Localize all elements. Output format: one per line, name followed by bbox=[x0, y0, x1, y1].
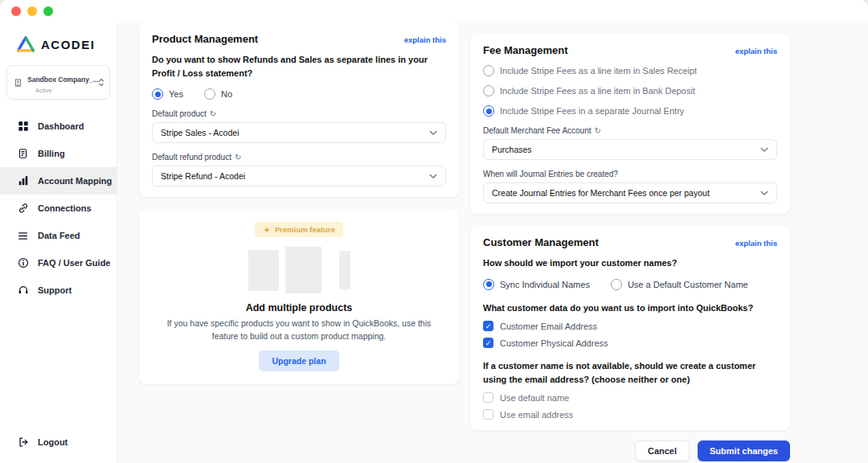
journal-entries-question: When will Journal Entries be created? bbox=[483, 170, 777, 178]
titlebar bbox=[0, 0, 868, 23]
bar-chart-icon bbox=[17, 175, 29, 187]
premium-badge: Premium feature bbox=[255, 222, 343, 237]
fee-options-radio-group: Include Stripe Fees as a line item in Sa… bbox=[483, 65, 777, 117]
sidebar-item-account-mapping[interactable]: Account Mapping bbox=[0, 167, 117, 195]
checkbox-unchecked-icon bbox=[483, 409, 493, 420]
upgrade-plan-button[interactable]: Upgrade plan bbox=[259, 350, 338, 371]
default-product-label: Default product ↻ bbox=[152, 109, 446, 118]
merchant-fee-account-select[interactable]: Purchases bbox=[483, 139, 777, 160]
sidebar-item-label: Account Mapping bbox=[38, 176, 112, 186]
placeholder-box bbox=[248, 250, 279, 291]
checkbox-use-default-name[interactable]: Use default name bbox=[483, 392, 777, 403]
company-selector[interactable]: Sandbox Company_... Active bbox=[6, 65, 110, 100]
card-title: Fee Management bbox=[483, 44, 567, 56]
sidebar: ACODEI Sandbox Company_... Active bbox=[0, 23, 117, 463]
email-fallback-question: If a customer name is not available, sho… bbox=[483, 359, 777, 386]
company-name: Sandbox Company_... bbox=[27, 76, 99, 84]
minimize-icon[interactable] bbox=[27, 6, 37, 16]
yes-no-radio-group: Yes No bbox=[152, 88, 446, 100]
sidebar-item-label: FAQ / User Guide bbox=[38, 258, 110, 268]
card-title: Customer Management bbox=[483, 236, 599, 248]
radio-label: No bbox=[221, 89, 232, 99]
close-icon[interactable] bbox=[11, 6, 21, 16]
checkbox-label: Customer Physical Address bbox=[500, 338, 608, 348]
checkbox-label: Use default name bbox=[500, 393, 569, 403]
link-icon bbox=[17, 203, 29, 215]
explain-this-link[interactable]: explain this bbox=[404, 35, 446, 44]
radio-selected-icon bbox=[483, 105, 494, 117]
zoom-icon[interactable] bbox=[43, 6, 53, 16]
default-product-select[interactable]: Stripe Sales - Acodei bbox=[152, 122, 446, 143]
company-status: Active bbox=[27, 87, 93, 94]
product-management-card: Product Management explain this Do you w… bbox=[139, 23, 459, 197]
field-label-text: Default product bbox=[152, 109, 207, 118]
radio-sync-individual-names[interactable]: Sync Individual Names bbox=[483, 279, 590, 290]
premium-feature-card: Premium feature Add multiple products If… bbox=[139, 209, 459, 384]
dashboard-grid-icon bbox=[17, 121, 29, 133]
sidebar-item-dashboard[interactable]: Dashboard bbox=[0, 113, 117, 140]
checkbox-unchecked-icon bbox=[483, 392, 493, 403]
radio-label: Include Stripe Fees in a separate Journa… bbox=[500, 106, 684, 116]
chevron-down-icon bbox=[429, 174, 437, 179]
radio-default-customer-name[interactable]: Use a Default Customer Name bbox=[611, 279, 748, 290]
sidebar-item-label: Connections bbox=[38, 203, 92, 213]
checkbox-customer-email-address[interactable]: Customer Email Address bbox=[483, 321, 777, 331]
acodei-logo: ACODEI bbox=[0, 23, 117, 53]
sidebar-nav: Dashboard Billing Account Mapping bbox=[0, 113, 117, 426]
sidebar-item-label: Data Feed bbox=[38, 231, 80, 240]
chevron-up-down-icon bbox=[98, 77, 104, 88]
chevron-down-icon bbox=[760, 147, 768, 153]
customer-data-checkbox-group: Customer Email Address Customer Physical… bbox=[483, 321, 777, 348]
refunds-sales-question: Do you want to show Refunds and Sales as… bbox=[152, 53, 446, 80]
billing-document-icon bbox=[17, 148, 29, 160]
explain-this-link[interactable]: explain this bbox=[735, 47, 777, 55]
radio-yes[interactable]: Yes bbox=[152, 88, 183, 100]
sync-icon: ↻ bbox=[235, 154, 241, 162]
sidebar-item-billing[interactable]: Billing bbox=[0, 140, 117, 167]
main-content: Product Management explain this Do you w… bbox=[117, 23, 868, 463]
sidebar-item-faq-user-guide[interactable]: FAQ / User Guide bbox=[0, 249, 117, 277]
field-label-text: Default Merchant Fee Account bbox=[483, 126, 592, 135]
sidebar-item-label: Billing bbox=[38, 149, 65, 158]
checkbox-checked-icon bbox=[483, 338, 493, 348]
sync-icon: ↻ bbox=[210, 110, 216, 118]
radio-label: Sync Individual Names bbox=[500, 280, 590, 289]
radio-fees-journal-entry[interactable]: Include Stripe Fees in a separate Journa… bbox=[483, 105, 777, 117]
radio-fees-sales-receipt[interactable]: Include Stripe Fees as a line item in Sa… bbox=[483, 65, 777, 76]
info-icon bbox=[17, 257, 29, 269]
cancel-button[interactable]: Cancel bbox=[635, 440, 690, 461]
building-icon bbox=[14, 78, 23, 88]
field-label-text: When will Journal Entries be created? bbox=[483, 170, 618, 178]
placeholder-box bbox=[339, 251, 350, 289]
fee-management-card: Fee Management explain this Include Stri… bbox=[470, 34, 790, 214]
explain-this-link[interactable]: explain this bbox=[735, 239, 777, 248]
radio-selected-icon bbox=[483, 279, 494, 290]
sidebar-item-data-feed[interactable]: Data Feed bbox=[0, 222, 117, 249]
customer-management-card: Customer Management explain this How sho… bbox=[470, 226, 790, 430]
checkbox-use-email-address[interactable]: Use email address bbox=[483, 409, 777, 420]
logout-button[interactable]: Logout bbox=[0, 426, 117, 458]
select-value: Stripe Refund - Acodei bbox=[161, 171, 245, 181]
default-refund-product-label: Default refund product ↻ bbox=[152, 153, 446, 162]
radio-selected-icon bbox=[152, 88, 163, 100]
default-refund-product-select[interactable]: Stripe Refund - Acodei bbox=[152, 166, 446, 186]
chevron-down-icon bbox=[429, 130, 437, 136]
sync-icon: ↻ bbox=[595, 127, 601, 135]
checkbox-label: Use email address bbox=[500, 410, 573, 420]
form-actions: Cancel Submit changes bbox=[470, 440, 790, 461]
checkbox-customer-physical-address[interactable]: Customer Physical Address bbox=[483, 338, 777, 348]
radio-label: Yes bbox=[169, 89, 183, 99]
radio-fees-bank-deposit[interactable]: Include Stripe Fees as a line item in Ba… bbox=[483, 85, 777, 96]
app-window: ACODEI Sandbox Company_... Active bbox=[0, 0, 868, 463]
select-value: Stripe Sales - Acodei bbox=[161, 128, 239, 137]
premium-badge-label: Premium feature bbox=[275, 225, 335, 234]
sidebar-item-connections[interactable]: Connections bbox=[0, 195, 117, 222]
select-value: Purchases bbox=[492, 145, 532, 154]
acodei-triangle-icon bbox=[16, 35, 35, 53]
submit-changes-button[interactable]: Submit changes bbox=[698, 440, 790, 461]
sidebar-item-support[interactable]: Support bbox=[0, 277, 117, 304]
radio-unselected-icon bbox=[483, 65, 494, 76]
radio-unselected-icon bbox=[204, 88, 215, 100]
radio-no[interactable]: No bbox=[204, 88, 232, 100]
journal-entries-select[interactable]: Create Journal Entries for Merchant Fees… bbox=[483, 182, 777, 203]
